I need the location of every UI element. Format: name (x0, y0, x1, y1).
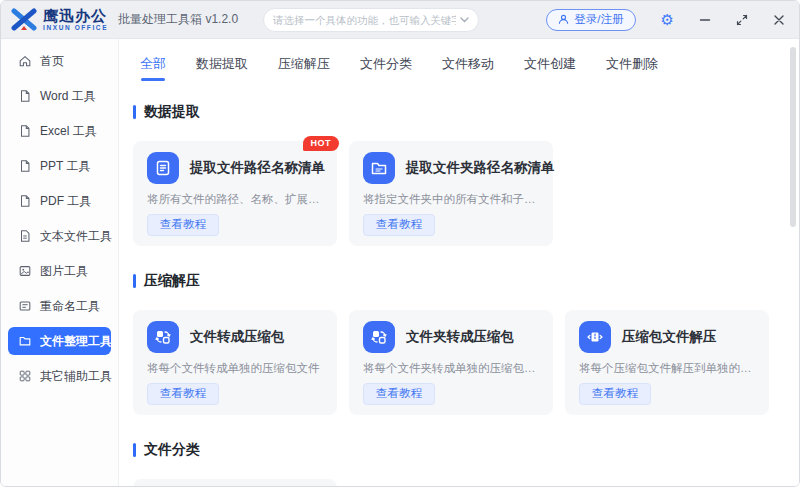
view-tutorial-button[interactable]: 查看教程 (147, 383, 219, 405)
sidebar-item-text-file-tools[interactable]: 文本文件工具 (8, 222, 111, 250)
login-label: 登录/注册 (574, 12, 623, 27)
main-content: 全部 数据提取 压缩解压 文件分类 文件移动 文件创建 文件删除 数据提取 (119, 39, 799, 486)
scrollbar-thumb[interactable] (790, 47, 796, 227)
card-title: 文件夹转成压缩包 (406, 328, 514, 346)
sidebar-item-excel-tools[interactable]: Excel 工具 (8, 117, 111, 145)
unzip-icon (579, 321, 611, 353)
view-tutorial-button[interactable]: 查看教程 (579, 383, 651, 405)
sidebar-item-image-tools[interactable]: 图片工具 (8, 257, 111, 285)
section-accent-bar (133, 274, 136, 288)
tab-compress[interactable]: 压缩解压 (278, 55, 330, 81)
folder-icon (18, 334, 32, 348)
folder-to-zip-icon (363, 321, 395, 353)
brand-logo: 鹰迅办公 INXUN OFFICE (11, 7, 108, 33)
word-file-icon (18, 89, 32, 103)
card-classify-by-extension[interactable]: 按扩展名分类 (133, 479, 337, 487)
card-description: 将每个文件转成单独的压缩包文件 (147, 361, 323, 376)
section-title: 数据提取 (144, 103, 200, 121)
sidebar-item-label: Excel 工具 (40, 123, 97, 140)
file-list-icon (147, 152, 179, 184)
tab-data-extract[interactable]: 数据提取 (196, 55, 248, 81)
card-description: 将指定文件夹中的所有文件和子文件夹的... (363, 192, 539, 207)
tab-all[interactable]: 全部 (140, 55, 166, 81)
sidebar: 首页 Word 工具 Excel 工具 PPT 工具 (1, 39, 119, 486)
image-icon (18, 264, 32, 278)
grid-icon (18, 369, 32, 383)
brand-name: 鹰迅办公 (43, 8, 108, 23)
section-accent-bar (133, 105, 136, 119)
section-compress: 压缩解压 文件转成压缩包 将每个文件转成单独的压缩包文件 查看教程 (133, 272, 759, 415)
sidebar-item-label: Word 工具 (40, 88, 96, 105)
excel-file-icon (18, 124, 32, 138)
sidebar-item-pdf-tools[interactable]: PDF 工具 (8, 187, 111, 215)
function-search-box[interactable] (263, 8, 479, 32)
card-description: 将每个压缩包文件解压到单独的文件夹中 (579, 361, 755, 376)
minimize-button[interactable] (699, 14, 711, 26)
sidebar-item-rename-tools[interactable]: 重命名工具 (8, 292, 111, 320)
card-title: 提取文件路径名称清单 (190, 159, 325, 177)
home-icon (18, 54, 32, 68)
hot-badge: HOT (303, 136, 340, 151)
sidebar-item-ppt-tools[interactable]: PPT 工具 (8, 152, 111, 180)
sidebar-item-label: 文件整理工具 (40, 333, 112, 350)
pdf-file-icon (18, 194, 32, 208)
card-file-to-zip[interactable]: 文件转成压缩包 将每个文件转成单独的压缩包文件 查看教程 (133, 310, 337, 415)
brand-subname: INXUN OFFICE (43, 25, 108, 32)
view-tutorial-button[interactable]: 查看教程 (363, 383, 435, 405)
card-folder-to-zip[interactable]: 文件夹转成压缩包 将每个文件夹转成单独的压缩包文件 查看教程 (349, 310, 553, 415)
tab-file-delete[interactable]: 文件删除 (606, 55, 658, 81)
folder-list-icon (363, 152, 395, 184)
card-title: 提取文件夹路径名称清单 (406, 159, 555, 177)
card-title: 压缩包文件解压 (622, 328, 717, 346)
card-title: 文件转成压缩包 (190, 328, 285, 346)
section-file-classify: 文件分类 按扩展名分类 (133, 441, 759, 487)
login-register-button[interactable]: 登录/注册 (546, 9, 635, 31)
user-icon (558, 14, 569, 25)
sidebar-item-label: 首页 (40, 53, 64, 70)
section-title: 文件分类 (144, 441, 200, 459)
chevron-down-icon[interactable] (460, 17, 469, 23)
section-accent-bar (133, 443, 136, 457)
close-button[interactable] (773, 14, 785, 26)
card-description: 将每个文件夹转成单独的压缩包文件 (363, 361, 539, 376)
ppt-file-icon (18, 159, 32, 173)
view-tutorial-button[interactable]: 查看教程 (147, 214, 219, 236)
maximize-button[interactable] (736, 14, 748, 26)
brand-x-icon (11, 7, 37, 33)
category-tabs: 全部 数据提取 压缩解压 文件分类 文件移动 文件创建 文件删除 (119, 39, 799, 91)
view-tutorial-button[interactable]: 查看教程 (363, 214, 435, 236)
search-input[interactable] (273, 14, 456, 26)
card-unzip-files[interactable]: 压缩包文件解压 将每个压缩包文件解压到单独的文件夹中 查看教程 (565, 310, 769, 415)
tab-file-create[interactable]: 文件创建 (524, 55, 576, 81)
file-to-zip-icon (147, 321, 179, 353)
app-window: 鹰迅办公 INXUN OFFICE 批量处理工具箱 v1.2.0 登录/注册 ⚙ (0, 0, 800, 487)
sidebar-item-word-tools[interactable]: Word 工具 (8, 82, 111, 110)
top-bar: 鹰迅办公 INXUN OFFICE 批量处理工具箱 v1.2.0 登录/注册 ⚙ (1, 1, 799, 39)
sidebar-item-label: PDF 工具 (40, 193, 91, 210)
tab-file-move[interactable]: 文件移动 (442, 55, 494, 81)
sidebar-item-home[interactable]: 首页 (8, 47, 111, 75)
text-file-icon (18, 229, 32, 243)
app-title: 批量处理工具箱 v1.2.0 (118, 11, 238, 28)
section-title: 压缩解压 (144, 272, 200, 290)
card-description: 将所有文件的路径、名称、扩展名等基本... (147, 192, 323, 207)
card-extract-file-path-list[interactable]: HOT 提取文件路径名称清单 将所有文件的路径、名称、扩展名等基本... 查看教… (133, 141, 337, 246)
sidebar-item-other-tools[interactable]: 其它辅助工具 (8, 362, 111, 390)
sidebar-item-label: PPT 工具 (40, 158, 90, 175)
sidebar-item-label: 图片工具 (40, 263, 88, 280)
sidebar-item-label: 文本文件工具 (40, 228, 112, 245)
rename-icon (18, 299, 32, 313)
sidebar-item-label: 其它辅助工具 (40, 368, 112, 385)
sidebar-item-label: 重命名工具 (40, 298, 100, 315)
card-extract-folder-path-list[interactable]: 提取文件夹路径名称清单 将指定文件夹中的所有文件和子文件夹的... 查看教程 (349, 141, 553, 246)
sidebar-item-file-organize-tools[interactable]: 文件整理工具 (8, 327, 111, 355)
tab-file-classify[interactable]: 文件分类 (360, 55, 412, 81)
section-data-extract: 数据提取 HOT 提取文件路径名称清单 将所有文件的路径、名称、扩展名等基本 (133, 103, 759, 246)
settings-gear-icon[interactable]: ⚙ (661, 12, 674, 27)
